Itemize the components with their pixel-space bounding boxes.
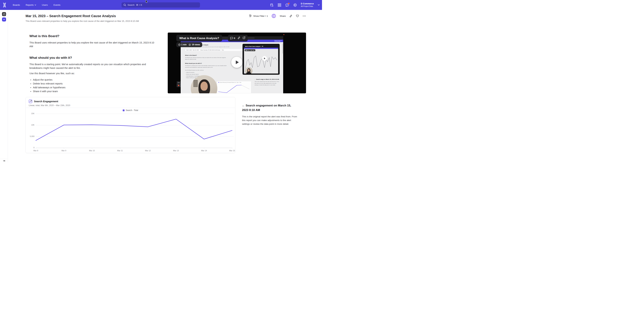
project-switcher[interactable]: E-Commerce All Project Data: [301, 2, 314, 7]
play-button[interactable]: [231, 57, 242, 68]
section-body-2: This Board is a starting point. We've au…: [30, 62, 156, 70]
share-button[interactable]: Share: [280, 15, 286, 17]
video-open-external-button[interactable]: [243, 36, 245, 40]
y-tick-label: 15K: [26, 112, 34, 114]
video-actions-overlay: 0: [228, 35, 248, 41]
recording-stop-button: [177, 84, 181, 87]
search-icon: [124, 4, 126, 6]
section-title-1: What is this Board?: [30, 34, 156, 38]
favorite-button[interactable]: [296, 14, 299, 17]
compass-icon: [3, 13, 6, 15]
nav-reports[interactable]: Reports: [26, 4, 36, 6]
mixpanel-logo-icon[interactable]: [1, 0, 8, 10]
search-label: Search: [128, 4, 134, 6]
y-tick-label: 0: [26, 147, 34, 149]
nav-boards[interactable]: Boards: [13, 4, 20, 6]
page-subtitle: This Board uses relevant properties to h…: [26, 20, 139, 22]
list-item: Adjust the queries: [33, 78, 156, 82]
video-duration: 1 min: [178, 43, 186, 46]
list-item: Share it with your team: [33, 89, 156, 93]
help-icon[interactable]: ?: [285, 3, 289, 7]
top-navbar: Boards Reports Users Events Search ⌘ + K…: [0, 0, 322, 10]
copy-link-button[interactable]: [290, 14, 292, 17]
chevron-down-icon: [34, 4, 36, 5]
annotation-block: ← Search engagement on March 15, 2023 8:…: [242, 103, 298, 126]
svg-text:?: ?: [287, 4, 288, 6]
x-tick-label: Mar 15: [227, 150, 237, 152]
project-name: E-Commerce: [301, 2, 314, 5]
report-title[interactable]: Search Engagement: [34, 100, 58, 103]
eye-icon: [188, 44, 191, 46]
apps-grid-icon[interactable]: [278, 3, 281, 7]
x-tick-label: Mar 12: [143, 150, 153, 152]
x-tick-label: Mar 9: [59, 150, 69, 152]
nav-users[interactable]: Users: [42, 4, 48, 6]
video-meta-overlay: 1 min 19 views: [176, 42, 202, 47]
create-new-button[interactable]: +: [2, 17, 6, 21]
report-card-search-engagement: Search Engagement Linear, total, Mar 8th…: [26, 97, 235, 153]
discover-compass-button[interactable]: [2, 12, 6, 16]
chart-legend[interactable]: Search - Total: [26, 109, 235, 111]
expand-arrow-icon: [3, 160, 5, 162]
video-copy-link-button[interactable]: [238, 36, 240, 40]
show-filter-button[interactable]: Show Filter • 1: [249, 14, 268, 17]
avatar[interactable]: CM: [272, 14, 276, 18]
header-actions: Show Filter • 1 CM Share •••: [249, 14, 306, 18]
primary-nav: Boards Reports Users Events: [13, 4, 60, 6]
list-intro: Use this Board however you like, such as…: [30, 71, 156, 75]
annotation-body: This is the original report the alert wa…: [242, 115, 298, 126]
link-icon: [290, 14, 292, 17]
mini-line-chart: [Content Discovery] Omnisearch Report Li…: [217, 81, 251, 93]
project-scope: All Project Data: [301, 5, 314, 7]
expand-sidebar-button[interactable]: [0, 159, 8, 162]
x-tick-label: Mar 10: [87, 150, 97, 152]
recording-timer: 0:02: [177, 81, 181, 84]
video-title-overlay: What is Root Cause Analysis?: [176, 35, 222, 41]
recording-indicator-dot: [283, 34, 284, 35]
more-options-button[interactable]: •••: [303, 15, 306, 17]
mixpanel-board-page: Boards Reports Users Events Search ⌘ + K…: [0, 0, 322, 162]
comment-icon: [230, 37, 233, 39]
nested-video-meta: 🕐 18 sec ◉ 1 view: [245, 49, 255, 51]
line-chart-icon: [29, 99, 32, 103]
external-link-icon: [243, 36, 245, 39]
clock-icon: [178, 44, 180, 46]
x-axis: [36, 148, 232, 148]
x-tick-label: Mar 8: [31, 150, 41, 152]
plus-icon: +: [3, 18, 5, 21]
page-title: Mar 15, 2023 – Search Engagement Root Ca…: [26, 14, 116, 18]
nav-events[interactable]: Events: [54, 4, 60, 6]
y-tick-label: 5,000: [26, 135, 34, 137]
heart-icon: [296, 14, 299, 17]
project-chevron-down-icon[interactable]: [318, 4, 320, 5]
x-tick-label: Mar 14: [199, 150, 209, 152]
nested-video-frame: What is Root Cause Analysis? 💬 0 🕐 18 se…: [242, 44, 280, 75]
intro-text-block: What is this Board? This Board uses rele…: [30, 34, 156, 93]
annotation-title: ← Search engagement on March 15, 2023 8:…: [242, 103, 298, 112]
nested-webcam: [245, 67, 252, 73]
video-views: 19 views: [188, 43, 200, 46]
list-item: Add takeaways or hypotheses: [33, 86, 156, 89]
search-input[interactable]: Search ⌘ + K: [122, 2, 200, 7]
list-item: Delete less relevant reports: [33, 82, 156, 85]
search-shortcut: ⌘ + K: [136, 4, 142, 6]
left-rail: +: [0, 10, 8, 162]
nested-video-titlebar: What is Root Cause Analysis? 💬 0: [244, 45, 278, 48]
legend-swatch: [123, 109, 124, 111]
section-title-2: What should you do with it?: [30, 56, 156, 60]
y-tick-label: 10K: [26, 124, 34, 126]
usage-list: Adjust the queries Delete less relevant …: [33, 78, 156, 93]
gridline: [36, 114, 234, 114]
link-icon: [238, 36, 240, 39]
data-management-icon[interactable]: [270, 3, 274, 7]
video-player[interactable]: Mixpanel (project 3)All Project Data Sea…: [168, 32, 306, 93]
recording-widget: 0:02: [177, 81, 181, 87]
gridline: [36, 136, 234, 137]
settings-gear-icon[interactable]: [293, 3, 297, 7]
video-comments-button[interactable]: 0: [230, 37, 235, 39]
report-subtitle: Linear, total, Mar 8th, 2020 – Mar 15th,…: [29, 104, 70, 107]
notification-badge: [288, 3, 290, 4]
section-body-1: This Board uses relevant properties to h…: [30, 41, 156, 48]
x-tick-label: Mar 11: [115, 150, 125, 152]
mini-scrollbar: [282, 43, 283, 53]
